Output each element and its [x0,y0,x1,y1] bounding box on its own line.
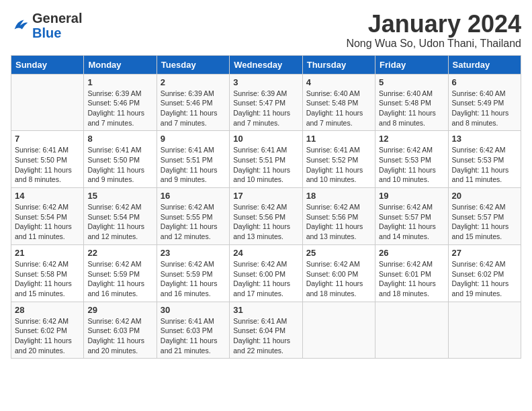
day-number: 17 [233,191,298,201]
day-number: 28 [15,305,80,315]
location-subtitle: Nong Wua So, Udon Thani, Thailand [346,38,521,50]
day-number: 29 [87,305,152,315]
day-info: Sunrise: 6:42 AM Sunset: 5:57 PM Dayligh… [379,202,444,242]
calendar-cell: 21Sunrise: 6:42 AM Sunset: 5:58 PM Dayli… [11,244,84,302]
calendar-week-2: 7Sunrise: 6:41 AM Sunset: 5:50 PM Daylig… [11,131,521,188]
day-number: 14 [15,191,80,201]
calendar-cell: 11Sunrise: 6:41 AM Sunset: 5:52 PM Dayli… [302,131,375,188]
calendar-cell: 27Sunrise: 6:42 AM Sunset: 6:02 PM Dayli… [448,244,521,302]
day-info: Sunrise: 6:42 AM Sunset: 5:59 PM Dayligh… [87,259,152,299]
calendar-cell: 23Sunrise: 6:42 AM Sunset: 5:59 PM Dayli… [157,244,229,302]
logo-general-text: General [32,11,82,26]
calendar-table: SundayMondayTuesdayWednesdayThursdayFrid… [11,55,521,359]
day-info: Sunrise: 6:42 AM Sunset: 6:00 PM Dayligh… [233,259,298,299]
day-info: Sunrise: 6:40 AM Sunset: 5:48 PM Dayligh… [306,89,371,128]
calendar-cell: 22Sunrise: 6:42 AM Sunset: 5:59 PM Dayli… [84,244,157,302]
calendar-cell [375,302,448,359]
calendar-cell: 13Sunrise: 6:42 AM Sunset: 5:53 PM Dayli… [448,131,521,188]
month-title: January 2024 [346,11,521,38]
calendar-week-5: 28Sunrise: 6:42 AM Sunset: 6:02 PM Dayli… [11,302,521,359]
day-info: Sunrise: 6:42 AM Sunset: 5:53 PM Dayligh… [379,145,444,185]
day-info: Sunrise: 6:42 AM Sunset: 5:55 PM Dayligh… [161,202,226,242]
calendar-cell: 16Sunrise: 6:42 AM Sunset: 5:55 PM Dayli… [157,188,229,245]
day-info: Sunrise: 6:42 AM Sunset: 5:54 PM Dayligh… [87,202,152,242]
day-info: Sunrise: 6:42 AM Sunset: 5:53 PM Dayligh… [452,145,517,185]
calendar-cell: 6Sunrise: 6:40 AM Sunset: 5:49 PM Daylig… [448,74,521,131]
weekday-header-wednesday: Wednesday [230,55,302,74]
calendar-cell: 30Sunrise: 6:41 AM Sunset: 6:03 PM Dayli… [157,302,229,359]
day-number: 25 [306,248,371,258]
day-number: 31 [233,305,298,315]
calendar-cell: 9Sunrise: 6:41 AM Sunset: 5:51 PM Daylig… [157,131,229,188]
calendar-cell: 20Sunrise: 6:42 AM Sunset: 5:57 PM Dayli… [448,188,521,245]
day-info: Sunrise: 6:41 AM Sunset: 5:50 PM Dayligh… [87,145,152,185]
day-number: 5 [379,77,444,87]
day-info: Sunrise: 6:42 AM Sunset: 6:03 PM Dayligh… [87,316,152,356]
calendar-cell: 31Sunrise: 6:41 AM Sunset: 6:04 PM Dayli… [230,302,302,359]
day-info: Sunrise: 6:42 AM Sunset: 5:54 PM Dayligh… [15,202,80,242]
day-number: 9 [161,134,226,144]
calendar-week-1: 1Sunrise: 6:39 AM Sunset: 5:46 PM Daylig… [11,74,521,131]
weekday-header-sunday: Sunday [11,55,84,74]
calendar-cell [302,302,375,359]
calendar-week-3: 14Sunrise: 6:42 AM Sunset: 5:54 PM Dayli… [11,188,521,245]
weekday-header-friday: Friday [375,55,448,74]
day-info: Sunrise: 6:40 AM Sunset: 5:48 PM Dayligh… [379,89,444,128]
day-info: Sunrise: 6:41 AM Sunset: 5:51 PM Dayligh… [161,145,226,185]
weekday-header-monday: Monday [84,55,157,74]
day-number: 7 [15,134,80,144]
day-number: 1 [87,77,152,87]
day-number: 15 [87,191,152,201]
calendar-cell: 17Sunrise: 6:42 AM Sunset: 5:56 PM Dayli… [230,188,302,245]
day-info: Sunrise: 6:41 AM Sunset: 6:03 PM Dayligh… [161,316,226,356]
calendar-cell: 26Sunrise: 6:42 AM Sunset: 6:01 PM Dayli… [375,244,448,302]
page-header: General Blue January 2024 Nong Wua So, U… [11,11,521,50]
calendar-cell [448,302,521,359]
day-number: 20 [452,191,517,201]
calendar-cell: 7Sunrise: 6:41 AM Sunset: 5:50 PM Daylig… [11,131,84,188]
day-number: 26 [379,248,444,258]
day-number: 16 [161,191,226,201]
day-number: 4 [306,77,371,87]
logo: General Blue [11,11,82,40]
calendar-cell: 25Sunrise: 6:42 AM Sunset: 6:00 PM Dayli… [302,244,375,302]
calendar-cell: 18Sunrise: 6:42 AM Sunset: 5:56 PM Dayli… [302,188,375,245]
weekday-header-tuesday: Tuesday [157,55,229,74]
day-info: Sunrise: 6:42 AM Sunset: 6:00 PM Dayligh… [306,259,371,299]
day-info: Sunrise: 6:39 AM Sunset: 5:46 PM Dayligh… [87,89,152,128]
day-number: 11 [306,134,371,144]
day-info: Sunrise: 6:42 AM Sunset: 5:56 PM Dayligh… [306,202,371,242]
calendar-cell: 5Sunrise: 6:40 AM Sunset: 5:48 PM Daylig… [375,74,448,131]
day-number: 18 [306,191,371,201]
title-block: January 2024 Nong Wua So, Udon Thani, Th… [346,11,521,50]
calendar-cell: 24Sunrise: 6:42 AM Sunset: 6:00 PM Dayli… [230,244,302,302]
calendar-cell: 29Sunrise: 6:42 AM Sunset: 6:03 PM Dayli… [84,302,157,359]
calendar-cell: 12Sunrise: 6:42 AM Sunset: 5:53 PM Dayli… [375,131,448,188]
day-number: 27 [452,248,517,258]
day-number: 24 [233,248,298,258]
weekday-header-saturday: Saturday [448,55,521,74]
logo-blue-text: Blue [32,26,82,40]
day-info: Sunrise: 6:42 AM Sunset: 6:02 PM Dayligh… [452,259,517,299]
day-info: Sunrise: 6:41 AM Sunset: 6:04 PM Dayligh… [233,316,298,356]
calendar-cell: 19Sunrise: 6:42 AM Sunset: 5:57 PM Dayli… [375,188,448,245]
day-info: Sunrise: 6:41 AM Sunset: 5:50 PM Dayligh… [15,145,80,185]
day-number: 19 [379,191,444,201]
day-number: 3 [233,77,298,87]
day-number: 22 [87,248,152,258]
day-number: 6 [452,77,517,87]
day-info: Sunrise: 6:42 AM Sunset: 6:01 PM Dayligh… [379,259,444,299]
calendar-cell: 15Sunrise: 6:42 AM Sunset: 5:54 PM Dayli… [84,188,157,245]
day-number: 8 [87,134,152,144]
day-info: Sunrise: 6:42 AM Sunset: 5:58 PM Dayligh… [15,259,80,299]
calendar-cell: 2Sunrise: 6:39 AM Sunset: 5:46 PM Daylig… [157,74,229,131]
calendar-cell: 14Sunrise: 6:42 AM Sunset: 5:54 PM Dayli… [11,188,84,245]
day-number: 10 [233,134,298,144]
day-info: Sunrise: 6:41 AM Sunset: 5:52 PM Dayligh… [306,145,371,185]
day-number: 21 [15,248,80,258]
day-info: Sunrise: 6:41 AM Sunset: 5:51 PM Dayligh… [233,145,298,185]
calendar-cell [11,74,84,131]
day-info: Sunrise: 6:42 AM Sunset: 5:57 PM Dayligh… [452,202,517,242]
weekday-header-row: SundayMondayTuesdayWednesdayThursdayFrid… [11,55,521,74]
calendar-week-4: 21Sunrise: 6:42 AM Sunset: 5:58 PM Dayli… [11,244,521,302]
